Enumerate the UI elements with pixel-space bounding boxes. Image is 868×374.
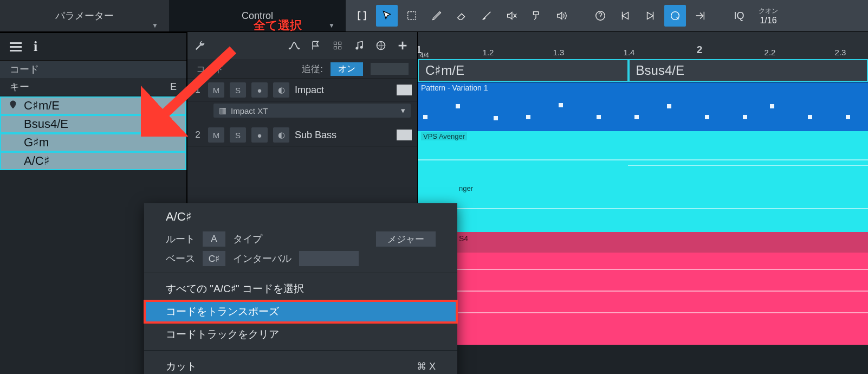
follow-empty-slot[interactable]	[371, 63, 409, 75]
wrench-icon[interactable]	[194, 40, 206, 51]
key-row[interactable]: キー E	[0, 78, 186, 95]
eraser-tool-icon[interactable]	[451, 5, 472, 27]
chord-item[interactable]: Bsus4/E	[0, 115, 186, 133]
bass-value[interactable]: C♯	[203, 251, 225, 266]
timeline-ruler[interactable]: 4/4 11.21.31.422.22.3	[418, 32, 868, 59]
track-row[interactable]: 2 M S ● ◐ Sub Bass	[187, 124, 417, 146]
svg-rect-0	[408, 12, 416, 20]
quantize-q-icon[interactable]	[664, 5, 686, 27]
clip-impact[interactable]: Pattern - Variation 1	[418, 82, 868, 131]
key-value: E	[170, 81, 177, 93]
root-label: ルート	[166, 233, 195, 246]
chord-cell[interactable]: Bsus4/E	[629, 59, 868, 82]
chord-cell[interactable]: C♯m/E	[418, 59, 629, 82]
auto-scroll-icon[interactable]	[689, 5, 711, 27]
record-button[interactable]: ●	[251, 82, 268, 98]
help-icon[interactable]	[590, 5, 611, 27]
interval-value[interactable]	[299, 251, 359, 266]
chord-item[interactable]: A/C♯	[0, 152, 186, 170]
monitor-button[interactable]: ◐	[273, 82, 289, 98]
ruler-tick: 2	[697, 44, 703, 56]
pin-icon	[8, 100, 18, 111]
track-number: 2	[193, 130, 203, 140]
context-menu: A/C♯ ルート A タイプ メジャー ベース C♯ インターバル すべての "…	[144, 203, 457, 374]
type-value[interactable]: メジャー	[376, 231, 436, 247]
context-menu-item[interactable]: すべての "A/C♯" コードを選択	[144, 278, 457, 300]
context-menu-item[interactable]: カット⌘ X	[144, 355, 457, 374]
ruler-tick: 1.4	[624, 48, 635, 57]
instrument-select[interactable]: ▥Impact XT ▾	[213, 104, 411, 118]
annotation-select-all: 全て選択	[254, 17, 302, 34]
clip-pink-header[interactable]: S4	[418, 232, 868, 253]
flag-icon[interactable]	[308, 37, 324, 54]
ruler-tick: 1.3	[553, 48, 565, 57]
menu-icon[interactable]	[10, 42, 22, 51]
quantize-value-text: 1/16	[753, 16, 783, 25]
instrument-name: Impact XT	[231, 106, 268, 115]
clip-title: VPS Avenger	[421, 132, 467, 140]
listen-tool-icon[interactable]	[550, 5, 572, 27]
chevron-down-icon: ▼	[152, 22, 158, 29]
piano-small-icon: ▥	[219, 106, 226, 115]
mute-button[interactable]: M	[208, 127, 224, 143]
solo-button[interactable]: S	[230, 82, 246, 98]
piano-icon[interactable]	[397, 130, 412, 140]
marquee-tool-icon[interactable]	[401, 5, 423, 27]
svg-point-6	[355, 47, 358, 50]
type-label: タイプ	[233, 233, 262, 246]
plus-icon[interactable]	[394, 37, 411, 54]
automation-curve-icon[interactable]	[286, 37, 302, 54]
chevron-down-icon: ▾	[401, 106, 405, 115]
context-menu-item[interactable]: コードをトランスポーズ	[144, 300, 457, 323]
mute-button[interactable]: M	[208, 82, 224, 98]
pointer-tool-icon[interactable]	[376, 5, 398, 27]
clip-sub-bass[interactable]: VPS Avenger	[418, 131, 868, 183]
grid-icon[interactable]	[329, 37, 346, 54]
svg-point-7	[360, 46, 363, 49]
clip-pink-body[interactable]	[418, 253, 868, 345]
svg-point-4	[289, 48, 291, 50]
chord-item[interactable]: G♯m	[0, 133, 186, 152]
globe-icon[interactable]	[373, 37, 389, 54]
chord-section-label: コード	[0, 61, 186, 78]
ruler-tick: 1	[418, 44, 422, 56]
root-value[interactable]: A	[203, 231, 225, 247]
chord-track-row[interactable]: C♯m/EBsus4/E	[418, 59, 868, 82]
bracket-tool-icon[interactable]	[351, 5, 373, 27]
chord-item-label: C♯m/E	[24, 99, 60, 113]
monitor-button[interactable]: ◐	[273, 127, 289, 143]
chord-item-label: Bsus4/E	[24, 117, 68, 131]
ruler-tick: 2.3	[835, 48, 846, 57]
ruler-tick: 2.2	[765, 48, 776, 57]
paint-tool-icon[interactable]	[526, 5, 547, 27]
info-icon[interactable]: i	[34, 38, 37, 55]
solo-button[interactable]: S	[230, 127, 246, 143]
record-button[interactable]: ●	[251, 127, 268, 143]
iq-label[interactable]: IQ	[728, 10, 750, 22]
clip-avenger-2[interactable]: nger	[418, 183, 868, 232]
follow-toggle[interactable]: オン	[331, 62, 363, 76]
bass-label: ベース	[166, 252, 195, 265]
pencil-tool-icon[interactable]	[426, 5, 448, 27]
track-name: Impact	[295, 85, 391, 96]
chord-item-label: G♯m	[24, 136, 49, 150]
piano-icon[interactable]	[397, 85, 412, 95]
timeline-panel[interactable]: 4/4 11.21.31.422.22.3 C♯m/EBsus4/E Patte…	[418, 32, 868, 374]
mute-tool-icon[interactable]	[501, 5, 522, 27]
track-row[interactable]: 1 M S ● ◐ Impact	[187, 79, 417, 101]
quantize-value[interactable]: クオン 1/16	[753, 7, 783, 25]
snap-start-icon[interactable]	[614, 5, 636, 27]
knife-tool-icon[interactable]	[476, 5, 497, 27]
context-menu-item[interactable]: コードトラックをクリア	[144, 323, 457, 346]
follow-label: 追従:	[302, 63, 323, 75]
quantize-label: クオン	[753, 7, 783, 16]
track-number: 1	[193, 85, 203, 95]
toolbar: IQ クオン 1/16	[346, 0, 868, 31]
chord-item[interactable]: C♯m/E	[0, 96, 186, 115]
note-icon[interactable]	[351, 37, 367, 54]
track-name: Sub Bass	[295, 130, 391, 141]
tab-parameters[interactable]: パラメーター ▼	[0, 0, 169, 31]
chevron-down-icon: ▼	[328, 22, 335, 29]
snap-end-icon[interactable]	[639, 5, 661, 27]
chord-list: C♯m/E Bsus4/E G♯m A/C♯	[0, 96, 186, 170]
